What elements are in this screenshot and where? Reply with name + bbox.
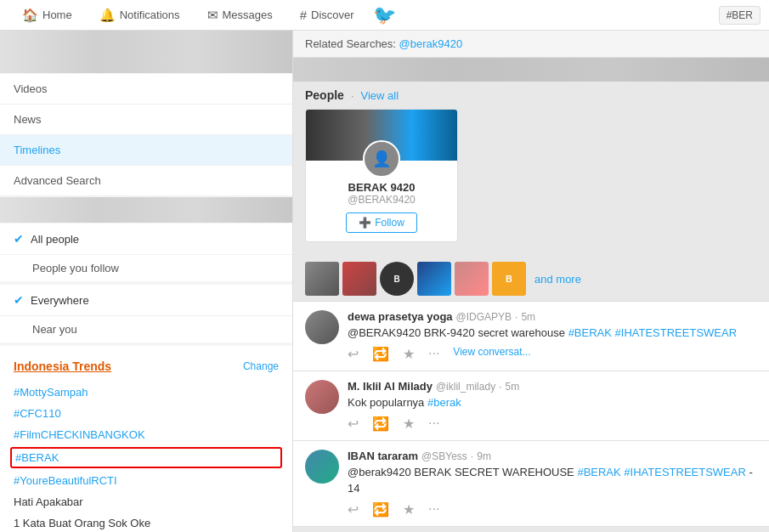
trend-item-6[interactable]: 1 Kata Buat Orang Sok Oke <box>0 512 292 532</box>
nav-discover-label: Discover <box>311 8 354 21</box>
nav-messages[interactable]: ✉ Messages <box>194 0 286 31</box>
sidebar-bg-strip-top <box>0 31 292 73</box>
sidebar-item-timelines[interactable]: Timelines <box>0 135 292 166</box>
tweet-name-1: dewa prasetya yoga <box>348 310 453 323</box>
thumbnail-6[interactable]: B <box>492 262 526 296</box>
related-searches-link[interactable]: @berak9420 <box>399 37 463 50</box>
favorite-icon-2[interactable]: ★ <box>403 416 415 432</box>
retweet-icon-2[interactable]: 🔁 <box>372 416 389 432</box>
view-convo-link-1[interactable]: View conversat... <box>453 346 530 362</box>
related-searches-label: Related Searches: <box>305 37 396 50</box>
sidebar-item-videos[interactable]: Videos <box>0 74 292 105</box>
everywhere-filter[interactable]: ✔ Everywhere <box>0 285 292 315</box>
tweet-hashtag-ihate-1[interactable]: #IHATESTREETSWEAR <box>615 326 738 339</box>
tweet-time-sep-2: · <box>499 381 501 393</box>
nav-discover[interactable]: # Discover <box>286 0 368 31</box>
nav-right: #BER <box>719 6 761 25</box>
more-icon-3[interactable]: ··· <box>428 501 439 518</box>
tweet-handle-2: @iklil_milady <box>436 381 495 393</box>
right-content: Related Searches: @berak9420 People · Vi… <box>293 31 769 532</box>
left-sidebar: Videos News Timelines Advanced Search ✔ … <box>0 31 293 532</box>
trend-item-5[interactable]: Hati Apakabar <box>0 491 292 512</box>
tweet-time-1: · <box>515 311 517 323</box>
trend-label-6: 1 Kata Buat Orang Sok Oke <box>14 517 150 529</box>
thumbnails-row: B B and more <box>293 257 769 301</box>
everywhere-label: Everywhere <box>31 294 89 307</box>
nav-notifications-label: Notifications <box>120 8 180 21</box>
profile-name: BERAK 9420 <box>314 181 449 194</box>
tweet-avatar-3[interactable] <box>305 450 339 484</box>
trend-item-2[interactable]: #FilmCHECKINBANGKOK <box>0 424 292 445</box>
location-filter-section: ✔ Everywhere Near you <box>0 285 292 342</box>
thumbnail-1[interactable] <box>305 262 339 296</box>
thumbnail-4[interactable] <box>417 262 451 296</box>
dot-separator: · <box>351 89 354 102</box>
retweet-icon-1[interactable]: 🔁 <box>372 346 389 362</box>
nav-notifications[interactable]: 🔔 Notifications <box>86 0 194 31</box>
tweet-actions-3: ↩ 🔁 ★ ··· <box>348 501 757 518</box>
tweet-avatar-1[interactable] <box>305 310 339 344</box>
trend-label-5: Hati Apakabar <box>14 495 83 508</box>
favorite-icon-1[interactable]: ★ <box>403 346 415 362</box>
thumbnail-3[interactable]: B <box>380 262 414 296</box>
check-icon: ✔ <box>14 232 24 246</box>
trend-label-3: #BERAK <box>15 451 59 464</box>
tweet-avatar-2[interactable] <box>305 380 339 414</box>
sidebar-item-news[interactable]: News <box>0 105 292 135</box>
tweet-content-1: dewa prasetya yoga @IDGAPYB · 5m @BERAK9… <box>348 310 757 362</box>
profile-banner: 👤 <box>306 110 457 161</box>
tweet-text-3: @berak9420 BERAK SECRET WAREHOUSE #BERAK… <box>348 465 757 495</box>
tweet-hashtag-berak-2[interactable]: #berak <box>427 396 461 409</box>
near-you-label: Near you <box>32 323 77 336</box>
nav-messages-label: Messages <box>223 8 273 21</box>
tweet-header-1: dewa prasetya yoga @IDGAPYB · 5m <box>348 310 757 323</box>
tweet-header-2: M. Iklil Al Milady @iklil_milady · 5m <box>348 380 757 393</box>
people-you-follow-filter[interactable]: People you follow <box>0 254 292 281</box>
follow-label: Follow <box>375 217 404 229</box>
more-icon-2[interactable]: ··· <box>428 416 439 432</box>
reply-icon-2[interactable]: ↩ <box>348 416 359 432</box>
thumbnail-2[interactable] <box>342 262 376 296</box>
nav-home[interactable]: 🏠 Home <box>8 0 86 31</box>
trend-item-berak[interactable]: #BERAK <box>10 447 282 468</box>
reply-icon-3[interactable]: ↩ <box>348 501 359 518</box>
retweet-icon-3[interactable]: 🔁 <box>372 501 389 518</box>
thumbnail-5[interactable] <box>455 262 489 296</box>
tweet-3: IBAN tararam @SBYess · 9m @berak9420 BER… <box>293 441 769 526</box>
and-more-link[interactable]: and more <box>534 273 581 286</box>
tweet-hashtag-berak-3[interactable]: #BERAK <box>577 466 620 478</box>
trend-item-4[interactable]: #YoureBeautifulRCTI <box>0 470 292 491</box>
view-all-link[interactable]: View all <box>361 89 399 102</box>
tweet-hashtag-berak-1[interactable]: #BERAK <box>568 326 612 339</box>
all-people-label: All people <box>31 233 79 246</box>
tweet-time-val-3: 9m <box>477 450 491 462</box>
bell-icon: 🔔 <box>99 8 116 23</box>
people-header: People · View all <box>293 82 769 109</box>
trend-item-0[interactable]: #MottySampah <box>0 382 292 403</box>
tweet-actions-1: ↩ 🔁 ★ ··· View conversat... <box>348 346 757 362</box>
twitter-logo: 🐦 <box>373 4 396 26</box>
profile-card-container: 👤 BERAK 9420 @BERAK9420 ➕ Follow <box>293 109 769 257</box>
hash-badge: #BER <box>719 6 761 25</box>
follow-plus-icon: ➕ <box>359 217 371 229</box>
news-label: News <box>14 113 42 126</box>
trends-change[interactable]: Change <box>243 360 279 372</box>
tweet-actions-2: ↩ 🔁 ★ ··· <box>348 416 757 432</box>
follow-button[interactable]: ➕ Follow <box>346 212 417 233</box>
tweet-hashtag-ihate-3[interactable]: #IHATESTREETSWEAR <box>624 466 746 478</box>
tweet-handle-3: @SBYess <box>421 450 467 462</box>
trend-label-1: #CFC110 <box>14 407 61 420</box>
tweet-time-sep-3: · <box>471 450 473 462</box>
near-you-filter[interactable]: Near you <box>0 315 292 342</box>
more-icon-1[interactable]: ··· <box>428 346 439 362</box>
sidebar-item-advanced-search[interactable]: Advanced Search <box>0 166 292 196</box>
favorite-icon-3[interactable]: ★ <box>403 501 415 518</box>
hash-icon: # <box>300 8 307 22</box>
all-people-filter[interactable]: ✔ All people <box>0 224 292 254</box>
envelope-icon: ✉ <box>207 8 218 23</box>
reply-icon-1[interactable]: ↩ <box>348 346 359 362</box>
avatar-icon: 👤 <box>372 150 391 168</box>
trend-item-1[interactable]: #CFC110 <box>0 403 292 424</box>
sidebar-menu-section: Videos News Timelines Advanced Search <box>0 74 292 196</box>
sidebar-bg-strip-mid <box>0 197 292 223</box>
